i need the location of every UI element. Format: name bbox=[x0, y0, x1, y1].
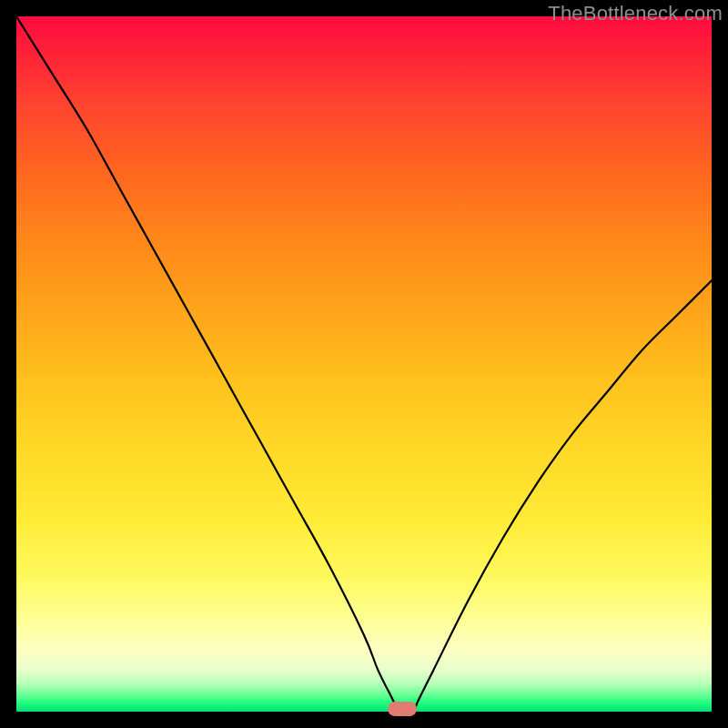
optimal-marker bbox=[388, 702, 417, 716]
chart-area bbox=[16, 16, 712, 712]
watermark: TheBottleneck.com bbox=[548, 2, 723, 25]
bottleneck-curve bbox=[16, 16, 712, 712]
